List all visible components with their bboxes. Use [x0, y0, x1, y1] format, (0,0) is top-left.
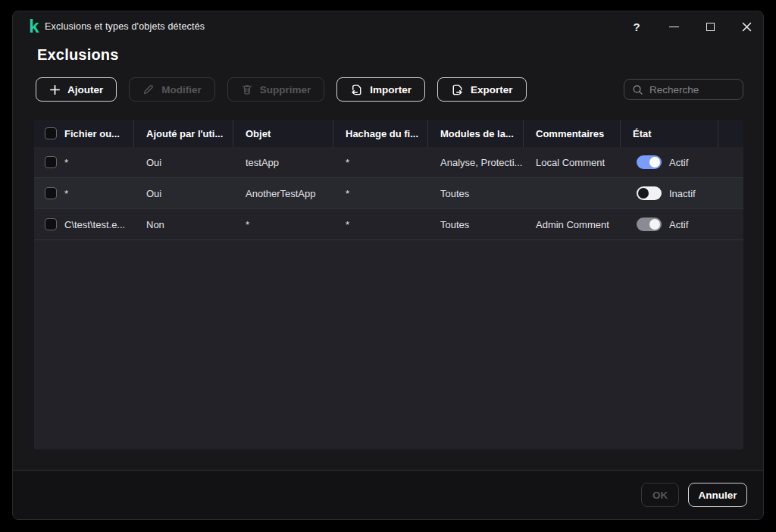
- cell-added-by: Oui: [134, 147, 233, 177]
- header-label: Fichier ou...: [64, 128, 120, 139]
- export-button-label: Exporter: [471, 84, 513, 95]
- row-checkbox[interactable]: [45, 187, 57, 199]
- cell-hash: *: [333, 178, 428, 208]
- cell-comment: Admin Comment: [524, 209, 621, 239]
- ok-button[interactable]: OK: [641, 483, 679, 507]
- app-window: k Exclusions et types d'objets détectés …: [12, 11, 764, 520]
- maximize-button[interactable]: [701, 17, 719, 36]
- kaspersky-logo-icon: k: [25, 16, 43, 37]
- cell-added-by: Non: [134, 209, 233, 239]
- header-cell-modules: Modules de la...: [428, 120, 524, 147]
- cell-modules: Toutes: [428, 178, 524, 208]
- cell-object: testApp: [233, 147, 333, 177]
- import-button[interactable]: Importer: [336, 77, 425, 102]
- state-label: Actif: [669, 219, 688, 230]
- cell-modules: Analyse, Protecti...: [428, 147, 524, 177]
- import-icon: [350, 83, 363, 96]
- cell-hash: *: [333, 209, 428, 239]
- close-button[interactable]: [737, 17, 756, 36]
- header-cell-object: Objet: [233, 120, 333, 147]
- select-all-checkbox[interactable]: [45, 127, 57, 139]
- cell-modules: Toutes: [428, 209, 524, 239]
- cell-comment: [524, 178, 621, 208]
- row-checkbox[interactable]: [45, 156, 57, 168]
- maximize-icon: [706, 23, 715, 31]
- table-header: Fichier ou... Ajouté par l'uti... Objet …: [34, 120, 743, 147]
- title-bar: k Exclusions et types d'objets détectés …: [13, 11, 763, 43]
- add-button[interactable]: Ajouter: [36, 77, 117, 102]
- cell-state: Inactif: [621, 178, 743, 208]
- cell-object: AnotherTestApp: [233, 178, 333, 208]
- toolbar: Ajouter Modifier Supprimer Importer Expo…: [36, 77, 527, 102]
- cell-state: Actif: [621, 147, 743, 177]
- header-cell-state: État: [621, 120, 718, 147]
- state-toggle[interactable]: [637, 155, 662, 169]
- state-toggle[interactable]: [637, 217, 662, 231]
- help-button[interactable]: ?: [627, 17, 646, 36]
- search-box[interactable]: [624, 79, 743, 100]
- header-cell-comments: Commentaires: [524, 120, 621, 147]
- header-cell-added-by: Ajouté par l'uti...: [134, 120, 233, 147]
- minimize-icon: [669, 27, 679, 27]
- exclusions-table: Fichier ou... Ajouté par l'uti... Objet …: [34, 120, 743, 449]
- cell-file-value: C\test\test.e...: [64, 219, 125, 230]
- cell-file: C\test\test.e...: [34, 209, 134, 239]
- close-icon: [742, 22, 752, 32]
- cell-object: *: [233, 209, 333, 239]
- minimize-button[interactable]: [665, 17, 683, 36]
- table-row[interactable]: C\test\test.e... Non * * Toutes Admin Co…: [34, 209, 743, 240]
- delete-button[interactable]: Supprimer: [227, 77, 325, 102]
- search-icon: [632, 84, 643, 95]
- cell-file: *: [34, 147, 134, 177]
- cell-added-by: Oui: [134, 178, 233, 208]
- pencil-icon: [142, 83, 155, 95]
- cell-file-value: *: [64, 157, 68, 168]
- header-cell-file: Fichier ou...: [34, 120, 134, 147]
- state-label: Inactif: [669, 188, 696, 199]
- row-checkbox[interactable]: [45, 218, 57, 230]
- window-title: Exclusions et types d'objets détectés: [45, 21, 205, 32]
- import-button-label: Importer: [370, 84, 411, 95]
- cell-state: Actif: [621, 209, 743, 239]
- cell-file-value: *: [64, 188, 68, 199]
- header-cell-hash: Hachage du fi...: [333, 120, 428, 147]
- header-cell-spacer: [718, 120, 743, 147]
- edit-button[interactable]: Modifier: [129, 77, 215, 102]
- add-button-label: Ajouter: [67, 84, 103, 95]
- delete-button-label: Supprimer: [260, 84, 311, 95]
- plus-icon: [49, 84, 61, 95]
- cancel-button[interactable]: Annuler: [688, 483, 747, 507]
- footer-bar: OK Annuler: [13, 470, 763, 519]
- table-row[interactable]: * Oui AnotherTestApp * Toutes Inactif: [34, 178, 743, 209]
- cell-comment: Local Comment: [524, 147, 621, 177]
- cell-file: *: [34, 178, 134, 208]
- cell-hash: *: [333, 147, 428, 177]
- page-title: Exclusions: [37, 46, 119, 64]
- edit-button-label: Modifier: [161, 84, 202, 95]
- state-toggle[interactable]: [637, 186, 662, 200]
- search-input[interactable]: [649, 84, 735, 95]
- export-icon: [451, 83, 464, 96]
- state-label: Actif: [669, 157, 688, 168]
- trash-icon: [241, 83, 253, 95]
- table-row[interactable]: * Oui testApp * Analyse, Protecti... Loc…: [34, 147, 743, 178]
- export-button[interactable]: Exporter: [437, 77, 527, 102]
